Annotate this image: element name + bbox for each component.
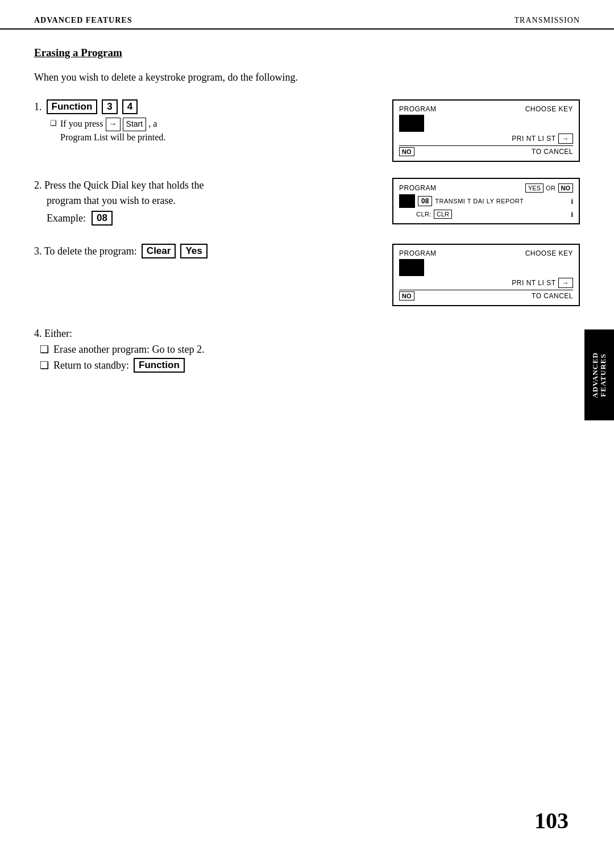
lcd-row3: PRI NT LI ST → xyxy=(399,133,573,144)
lcd3-black-square xyxy=(399,259,424,276)
main-content: Erasing a Program When you wish to delet… xyxy=(0,30,614,409)
step1-key4: 4 xyxy=(122,99,138,114)
intro-text: When you wish to delete a keystroke prog… xyxy=(34,72,580,84)
step3-panel: PROGRAM CHOOSE KEY PRI NT LI ST → xyxy=(392,244,580,306)
lcd-panel-1: PROGRAM CHOOSE KEY PRI NT LI ST → xyxy=(392,99,580,162)
lcd2-row2: 08 TRANSMI T DAI LY REPORT i xyxy=(399,194,573,208)
lcd-panel-2: PROGRAM YES OR NO 08 TRANSMI T D xyxy=(392,178,580,224)
lcd2-clr-row: CLR: CLR xyxy=(416,210,452,219)
step1-left: 1. Function 3 4 ❑ If you press → Start ,… xyxy=(34,99,313,144)
step1-row: 1. Function 3 4 ❑ If you press → Start ,… xyxy=(34,99,580,162)
step2-left: 2. Press the Quick Dial key that holds t… xyxy=(34,178,313,226)
side-tab-text: AdvancedFeatures xyxy=(591,352,608,398)
page-header: Advanced Features Transmission xyxy=(0,0,614,30)
step4-item1: ❑ Erase another program: Go to step 2. xyxy=(40,343,580,356)
lcd2-daily-report: TRANSMI T DAI LY REPORT xyxy=(435,198,524,205)
lcd2-row3: CLR: CLR i xyxy=(399,210,573,219)
step4-title: 4. Either: xyxy=(34,328,580,340)
step1-number: 1. xyxy=(34,101,42,113)
example-label: Example: xyxy=(47,212,86,224)
step1-checkbox: ❑ xyxy=(50,119,57,128)
step4-text2: Return to standby: xyxy=(53,360,129,372)
step3-yes-key: Yes xyxy=(180,244,207,258)
page-container: Advanced Features Transmission Erasing a… xyxy=(0,0,614,868)
section-title: Erasing a Program xyxy=(34,47,580,59)
lcd3-print-list-text: PRI NT LI ST xyxy=(512,279,555,287)
lcd3-to-cancel: TO CANCEL xyxy=(532,292,573,300)
step4-item2: ❑ Return to standby: Function xyxy=(40,358,580,373)
step1-arrow-key: → xyxy=(106,118,121,131)
lcd2-yes-or-no: YES OR NO xyxy=(525,183,573,193)
step4-items: ❑ Erase another program: Go to step 2. ❑… xyxy=(40,343,580,373)
lcd2-icon1: i xyxy=(571,197,573,206)
step3-text: 3. To delete the program: Clear Yes xyxy=(34,244,313,258)
lcd2-no: NO xyxy=(558,183,574,193)
lcd-no-label: NO xyxy=(399,147,414,156)
lcd-row1: PROGRAM CHOOSE KEY xyxy=(399,105,573,113)
example-value: 08 xyxy=(92,211,113,226)
lcd2-or: OR xyxy=(546,185,556,191)
lcd2-value: 08 xyxy=(418,196,432,206)
step2-row: 2. Press the Quick Dial key that holds t… xyxy=(34,178,580,226)
lcd2-clr-box: CLR xyxy=(434,210,452,219)
steps-area: 1. Function 3 4 ❑ If you press → Start ,… xyxy=(34,99,580,375)
lcd-to-cancel: TO CANCEL xyxy=(532,148,573,156)
lcd-black-square xyxy=(399,115,424,132)
lcd-row2 xyxy=(399,115,573,132)
step1-sub: ❑ If you press → Start , a Program List … xyxy=(50,118,313,144)
step1-start-key: Start xyxy=(123,118,147,131)
lcd-print-list-row: PRI NT LI ST → xyxy=(512,133,573,144)
step4-function-key: Function xyxy=(134,358,185,373)
lcd2-yes: YES xyxy=(525,183,544,193)
step1-function-key: Function xyxy=(47,99,98,114)
step1-panel: PROGRAM CHOOSE KEY PRI NT LI ST → xyxy=(392,99,580,162)
lcd3-no-label: NO xyxy=(399,291,414,301)
step1-line: 1. Function 3 4 xyxy=(34,99,313,114)
lcd2-row1: PROGRAM YES OR NO xyxy=(399,183,573,193)
header-left: Advanced Features xyxy=(34,16,132,25)
lcd2-clr-label: CLR: xyxy=(416,211,432,218)
lcd-row4: NO TO CANCEL xyxy=(399,147,573,156)
step3-left: 3. To delete the program: Clear Yes xyxy=(34,244,313,258)
lcd3-row4: NO TO CANCEL xyxy=(399,291,573,301)
step2-panel: PROGRAM YES OR NO 08 TRANSMI T D xyxy=(392,178,580,224)
lcd3-divider xyxy=(399,290,573,290)
step2-text2: program that you wish to erase. xyxy=(47,195,176,206)
step1-key3: 3 xyxy=(102,99,117,114)
lcd3-arrow: → xyxy=(558,278,574,288)
lcd-divider1 xyxy=(399,145,573,146)
lcd-print-list-text: PRI NT LI ST xyxy=(512,135,555,143)
step3-row: 3. To delete the program: Clear Yes PROG… xyxy=(34,244,580,306)
lcd3-program: PROGRAM xyxy=(399,249,437,257)
step2-text: 2. Press the Quick Dial key that holds t… xyxy=(34,178,313,208)
step2-example: Example: 08 xyxy=(34,211,313,226)
lcd2-icon2: i xyxy=(571,210,573,219)
lcd3-choose-key: CHOOSE KEY xyxy=(525,249,573,257)
lcd2-black-sm xyxy=(399,194,415,208)
header-right: Transmission xyxy=(515,16,580,25)
side-tab: AdvancedFeatures xyxy=(584,329,614,420)
page-number: 103 xyxy=(534,807,569,834)
step3-num: 3. To delete the program: xyxy=(34,245,137,257)
step4-checkbox1: ❑ xyxy=(40,343,49,356)
step1-sub-text: If you press → Start , a Program List wi… xyxy=(60,118,165,144)
lcd2-val-row: 08 TRANSMI T DAI LY REPORT xyxy=(399,194,524,208)
lcd3-print-list-row: PRI NT LI ST → xyxy=(512,278,573,288)
step3-clear-key: Clear xyxy=(142,244,176,258)
lcd-choose-key-label: CHOOSE KEY xyxy=(525,105,573,113)
lcd-arrow: → xyxy=(558,133,574,144)
step4-area: 4. Either: ❑ Erase another program: Go t… xyxy=(34,328,580,375)
step4-checkbox2: ❑ xyxy=(40,359,49,372)
lcd-program-label: PROGRAM xyxy=(399,105,437,113)
lcd3-row2 xyxy=(399,259,573,276)
lcd2-program: PROGRAM xyxy=(399,184,437,192)
step4-text1: Erase another program: Go to step 2. xyxy=(53,344,204,356)
lcd-panel-3: PROGRAM CHOOSE KEY PRI NT LI ST → xyxy=(392,244,580,306)
lcd3-row1: PROGRAM CHOOSE KEY xyxy=(399,249,573,257)
lcd3-row3: PRI NT LI ST → xyxy=(399,278,573,288)
